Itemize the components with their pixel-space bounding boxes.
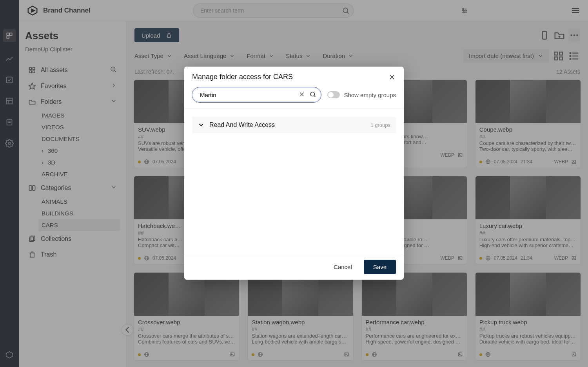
save-button[interactable]: Save (364, 260, 396, 274)
manage-access-modal: Manage folder access for CARS Show empty… (184, 67, 404, 280)
svg-line-118 (314, 96, 316, 97)
group-count: 1 groups (370, 122, 390, 128)
search-icon[interactable] (309, 91, 316, 98)
toggle-label: Show empty groups (344, 92, 396, 98)
access-group-row[interactable]: Read And Write Access 1 groups (192, 117, 396, 133)
clear-icon[interactable] (298, 91, 305, 98)
cancel-button[interactable]: Cancel (327, 260, 359, 274)
group-name: Read And Write Access (209, 121, 275, 128)
chevron-down-icon (198, 121, 205, 128)
close-icon[interactable] (388, 73, 396, 81)
svg-point-117 (310, 92, 315, 96)
modal-title: Manage folder access for CARS (192, 73, 293, 81)
modal-search (192, 87, 321, 102)
show-empty-toggle[interactable] (327, 91, 340, 98)
